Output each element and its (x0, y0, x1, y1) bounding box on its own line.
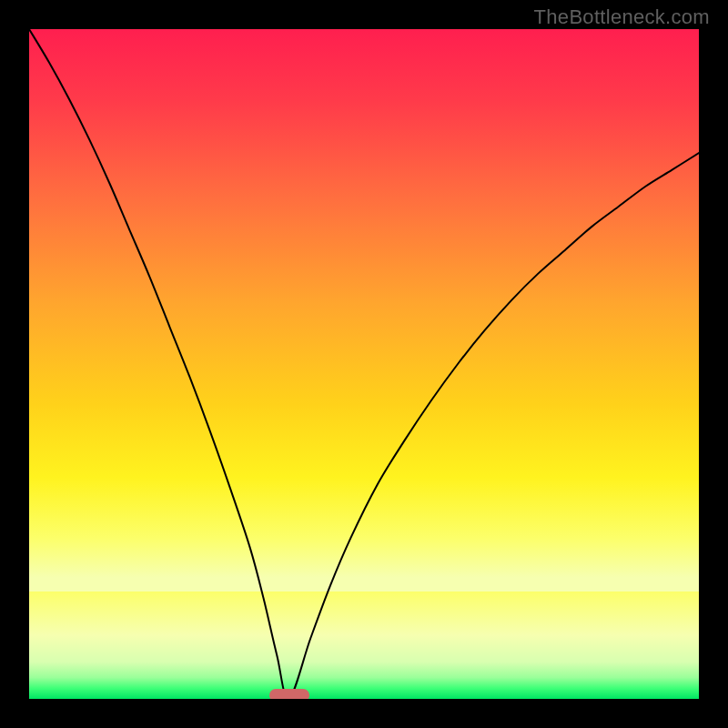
bottleneck-curve (29, 29, 699, 699)
watermark-text: TheBottleneck.com (534, 5, 710, 29)
outer-frame: TheBottleneck.com (0, 0, 728, 728)
bottleneck-marker (269, 689, 309, 699)
plot-area (29, 29, 699, 699)
curve-svg (29, 29, 699, 699)
